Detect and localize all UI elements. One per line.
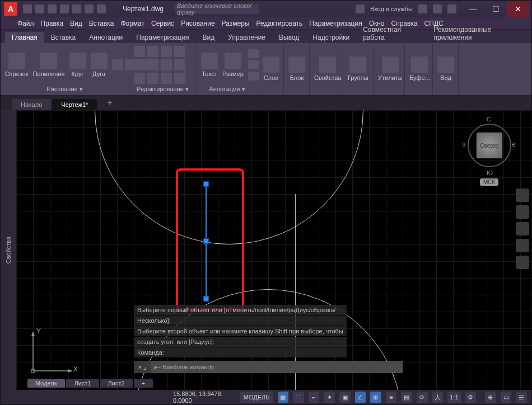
menu-format[interactable]: Формат — [120, 20, 144, 27]
polyline-button[interactable]: Полилиния — [32, 53, 64, 77]
dim-button[interactable]: Размер — [222, 53, 244, 77]
search-input[interactable]: Введите ключевое слово/фразу — [175, 4, 259, 14]
cart-icon[interactable] — [433, 4, 442, 13]
status-annoscale-icon[interactable]: 人 — [432, 392, 444, 403]
modify-tool-icon[interactable] — [147, 46, 158, 57]
qat-saveas-icon[interactable] — [60, 4, 69, 13]
layers-button[interactable]: Слои — [263, 56, 279, 81]
wcs-label[interactable]: МСК — [480, 178, 498, 186]
draw-tool-icon[interactable] — [112, 59, 123, 70]
menu-modify[interactable]: Редактировать — [256, 20, 302, 27]
menu-dim[interactable]: Размеры — [222, 20, 250, 27]
status-grid-icon[interactable]: ▦ — [278, 392, 289, 403]
tab-model[interactable]: Модель — [27, 379, 65, 388]
tab-insert[interactable]: Вставка — [44, 32, 83, 43]
modify-tool-icon[interactable] — [161, 46, 172, 57]
viewcube[interactable]: Сверху С Ю З В МСК — [464, 116, 515, 183]
maximize-button[interactable]: ☐ — [484, 1, 507, 17]
qat-save-icon[interactable] — [48, 4, 57, 13]
annot-tool-icon[interactable] — [248, 72, 259, 81]
exchange-icon[interactable] — [418, 4, 427, 13]
modify-tool-icon[interactable] — [161, 73, 172, 84]
tab-drawing[interactable]: Чертеж1* — [52, 99, 97, 110]
menu-file[interactable]: Файл — [17, 20, 34, 27]
qat-open-icon[interactable] — [35, 4, 44, 13]
help-icon[interactable] — [447, 4, 456, 13]
status-polar-icon[interactable]: ✦ — [324, 392, 335, 403]
tab-add-layout[interactable]: + — [134, 379, 153, 388]
panel-draw-label[interactable]: Рисование ▾ — [5, 84, 124, 93]
modify-tool-icon[interactable] — [134, 73, 145, 84]
modify-tool-icon[interactable] — [147, 73, 158, 84]
annot-tool-icon[interactable] — [248, 49, 259, 58]
tab-addins[interactable]: Надстройки — [306, 32, 356, 43]
status-osnap-icon[interactable]: ∠ — [355, 392, 366, 403]
status-ortho-icon[interactable]: ⌐ — [309, 392, 320, 403]
tab-manage[interactable]: Управление — [221, 32, 272, 43]
status-scale-button[interactable]: 1:1 — [447, 392, 460, 403]
close-button[interactable]: ✕ — [507, 1, 529, 17]
status-customize-icon[interactable]: ☰ — [516, 392, 527, 403]
tab-layout1[interactable]: Лист1 — [66, 379, 99, 388]
status-lineweight-icon[interactable]: ≡ — [386, 392, 397, 403]
panel-modify-label[interactable]: Редактирование ▾ — [134, 84, 192, 93]
text-button[interactable]: Текст — [201, 53, 218, 77]
groups-button[interactable]: Группы — [348, 56, 368, 81]
status-gear-icon[interactable]: ⚙ — [465, 392, 477, 403]
modify-tool-icon[interactable] — [147, 59, 158, 70]
status-transparency-icon[interactable]: ▤ — [401, 392, 412, 403]
qat-plot-icon[interactable] — [72, 4, 81, 13]
user-icon[interactable] — [356, 4, 365, 13]
cmdline-handle[interactable]: × ⌟ — [134, 361, 151, 373]
menu-draw[interactable]: Рисование — [181, 20, 214, 27]
tab-layout2[interactable]: Лист2 — [100, 379, 133, 388]
utils-button[interactable]: Утилиты — [378, 56, 403, 81]
tab-start[interactable]: Начало — [12, 99, 51, 110]
status-model-button[interactable]: МОДЕЛЬ — [240, 392, 273, 403]
app-icon[interactable]: A — [4, 2, 17, 16]
qat-undo-icon[interactable] — [85, 4, 94, 13]
status-wsswitch-icon[interactable]: ⊕ — [485, 392, 496, 403]
status-cycling-icon[interactable]: ⟳ — [417, 392, 428, 403]
tab-parametric[interactable]: Параметризация — [129, 32, 195, 43]
tab-collab[interactable]: Совместная работа — [356, 24, 427, 43]
modify-tool-icon[interactable] — [134, 59, 145, 70]
panel-annot-label[interactable]: Аннотации ▾ — [201, 84, 253, 93]
tab-view[interactable]: Вид — [196, 32, 222, 43]
status-cleanscreen-icon[interactable]: ▭ — [501, 392, 512, 403]
status-snap-icon[interactable]: ∷ — [293, 392, 304, 403]
new-tab-button[interactable]: + — [98, 96, 121, 110]
tab-annotate[interactable]: Аннотации — [82, 32, 129, 43]
viewcube-face[interactable]: Сверху — [477, 133, 502, 158]
circle-button[interactable]: Круг — [69, 53, 86, 77]
ucs-icon[interactable]: Y X — [22, 326, 78, 384]
arc-button[interactable]: Дуга — [91, 53, 108, 77]
status-iso-icon[interactable]: ▣ — [339, 392, 351, 403]
block-button[interactable]: Блок — [288, 56, 305, 81]
viewpanel-button[interactable]: Вид — [437, 56, 454, 81]
status-coords[interactable]: 15.8806, 13.6478, 0.0000 — [173, 390, 236, 404]
modify-tool-icon[interactable] — [161, 59, 172, 70]
tab-home[interactable]: Главная — [5, 32, 44, 43]
annot-tool-icon[interactable] — [248, 60, 259, 69]
qat-new-icon[interactable] — [23, 4, 32, 13]
modify-tool-icon[interactable] — [174, 59, 185, 70]
menu-insert[interactable]: Вставка — [89, 20, 114, 27]
menu-edit[interactable]: Правка — [41, 20, 64, 27]
nav-zoom-icon[interactable] — [516, 222, 529, 236]
tab-featured[interactable]: Рекомендованные приложения — [427, 24, 532, 43]
modify-tool-icon[interactable] — [174, 46, 185, 57]
menu-tools[interactable]: Сервис — [151, 20, 174, 27]
props-button[interactable]: Свойства — [314, 56, 341, 81]
nav-pan-icon[interactable] — [516, 205, 529, 219]
nav-orbit-icon[interactable] — [516, 239, 529, 252]
minimize-button[interactable]: — — [462, 1, 484, 17]
drawing-canvas[interactable]: Сверху С Ю З В МСК — [16, 110, 531, 390]
qat-redo-icon[interactable] — [97, 4, 106, 13]
nav-wheel-icon[interactable] — [516, 189, 529, 202]
status-otrack-icon[interactable]: ⊞ — [370, 392, 381, 403]
command-line[interactable]: × ⌟ ▸– Введите команду — [134, 361, 403, 373]
properties-palette-tab[interactable]: Свойства — [1, 110, 16, 390]
menu-param[interactable]: Параметризация — [309, 20, 362, 27]
line-button[interactable]: Отрезок — [5, 53, 28, 77]
